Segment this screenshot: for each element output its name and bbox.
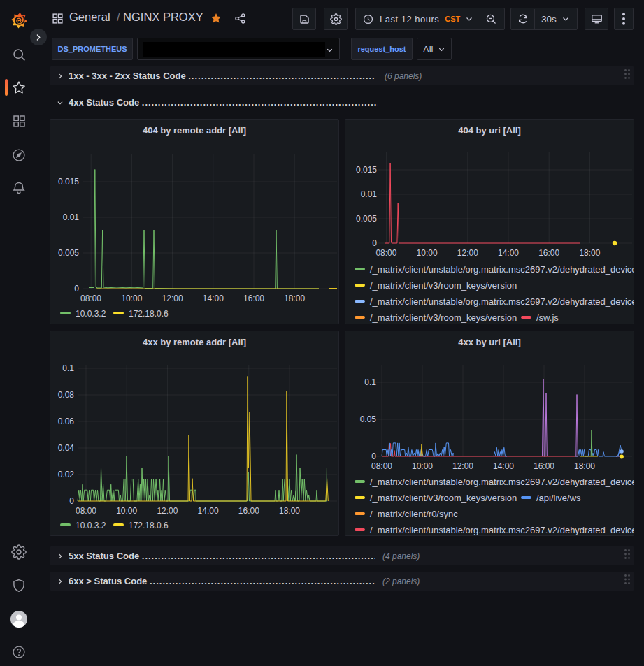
svg-text:16:00: 16:00 bbox=[534, 461, 554, 471]
svg-text:16:00: 16:00 bbox=[238, 506, 259, 516]
svg-text:12:00: 12:00 bbox=[452, 461, 473, 471]
svg-text:08:00: 08:00 bbox=[371, 461, 392, 471]
svg-text:18:00: 18:00 bbox=[574, 461, 595, 471]
svg-text:12:00: 12:00 bbox=[157, 506, 178, 516]
svg-text:0: 0 bbox=[372, 238, 377, 248]
svg-text:10:00: 10:00 bbox=[417, 248, 438, 258]
svg-text:0.1: 0.1 bbox=[364, 377, 376, 387]
svg-text:08:00: 08:00 bbox=[80, 294, 101, 303]
svg-text:14:00: 14:00 bbox=[203, 294, 224, 303]
svg-text:0.08: 0.08 bbox=[58, 390, 75, 400]
svg-text:0.01: 0.01 bbox=[361, 189, 378, 199]
svg-text:12:00: 12:00 bbox=[457, 248, 478, 258]
svg-text:0.02: 0.02 bbox=[58, 470, 75, 479]
svg-text:18:00: 18:00 bbox=[284, 294, 305, 303]
svg-text:0.015: 0.015 bbox=[356, 165, 377, 175]
svg-text:10:00: 10:00 bbox=[412, 461, 433, 471]
svg-text:0: 0 bbox=[69, 496, 74, 506]
svg-text:0: 0 bbox=[74, 284, 79, 294]
svg-text:16:00: 16:00 bbox=[243, 294, 264, 303]
svg-text:12:00: 12:00 bbox=[162, 294, 183, 303]
svg-text:0.05: 0.05 bbox=[360, 414, 377, 424]
svg-text:0.005: 0.005 bbox=[58, 248, 79, 258]
svg-text:10:00: 10:00 bbox=[116, 506, 137, 516]
svg-text:18:00: 18:00 bbox=[279, 506, 300, 516]
svg-text:08:00: 08:00 bbox=[375, 248, 396, 258]
svg-text:10:00: 10:00 bbox=[121, 294, 142, 303]
svg-text:0.1: 0.1 bbox=[62, 363, 74, 373]
svg-text:14:00: 14:00 bbox=[198, 506, 219, 516]
svg-text:0.06: 0.06 bbox=[58, 417, 75, 426]
svg-text:16:00: 16:00 bbox=[538, 248, 559, 258]
svg-text:14:00: 14:00 bbox=[498, 248, 519, 258]
svg-text:0.005: 0.005 bbox=[356, 214, 377, 224]
svg-text:0: 0 bbox=[371, 451, 376, 461]
svg-text:18:00: 18:00 bbox=[579, 248, 600, 258]
svg-text:08:00: 08:00 bbox=[76, 506, 96, 516]
svg-text:0.04: 0.04 bbox=[58, 443, 75, 453]
svg-text:14:00: 14:00 bbox=[493, 461, 514, 471]
svg-text:0.01: 0.01 bbox=[63, 212, 80, 222]
svg-text:0.015: 0.015 bbox=[58, 177, 79, 187]
